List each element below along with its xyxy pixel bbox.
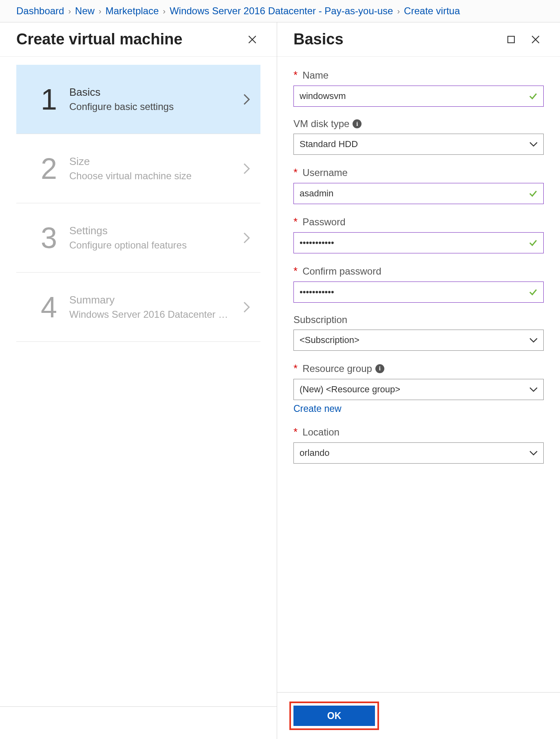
chevron-right-icon: › bbox=[68, 7, 71, 16]
chevron-right-icon bbox=[243, 301, 250, 313]
resource-group-select[interactable]: (New) <Resource group> bbox=[293, 379, 544, 400]
step-basics[interactable]: 1 Basics Configure basic settings bbox=[16, 65, 260, 134]
chevron-right-icon bbox=[243, 93, 250, 106]
panel-title: Create virtual machine bbox=[16, 31, 183, 48]
chevron-down-icon bbox=[529, 387, 538, 392]
create-new-link[interactable]: Create new bbox=[293, 403, 342, 414]
location-select[interactable]: orlando bbox=[293, 442, 544, 464]
chevron-right-icon: › bbox=[163, 7, 166, 16]
info-icon[interactable]: i bbox=[353, 119, 362, 128]
step-number: 1 bbox=[33, 83, 65, 116]
confirm-password-input[interactable]: ••••••••••• bbox=[293, 282, 544, 303]
step-subtitle: Windows Server 2016 Datacenter … bbox=[69, 309, 243, 320]
disk-type-label: VM disk type i bbox=[293, 118, 544, 130]
panel-title: Basics bbox=[293, 31, 344, 48]
ok-button[interactable]: OK bbox=[293, 706, 375, 726]
step-subtitle: Choose virtual machine size bbox=[69, 170, 243, 182]
password-input[interactable]: ••••••••••• bbox=[293, 232, 544, 253]
step-summary[interactable]: 4 Summary Windows Server 2016 Datacenter… bbox=[16, 273, 260, 342]
breadcrumb-create-vm[interactable]: Create virtua bbox=[404, 5, 460, 17]
breadcrumb-new[interactable]: New bbox=[75, 5, 95, 17]
create-vm-panel: Create virtual machine 1 Basics Configur… bbox=[0, 22, 277, 739]
restore-icon[interactable] bbox=[503, 31, 519, 48]
checkmark-icon bbox=[528, 287, 538, 297]
step-number: 2 bbox=[33, 152, 65, 185]
close-icon[interactable] bbox=[527, 31, 544, 48]
password-label: *Password bbox=[293, 216, 544, 228]
close-icon[interactable] bbox=[244, 31, 260, 48]
chevron-right-icon bbox=[243, 163, 250, 175]
username-input[interactable]: asadmin bbox=[293, 183, 544, 204]
breadcrumb-offer[interactable]: Windows Server 2016 Datacenter - Pay-as-… bbox=[170, 5, 393, 17]
panel-footer: OK bbox=[277, 692, 560, 739]
basics-panel: Basics *Name windowsvm bbox=[277, 22, 560, 739]
location-label: *Location bbox=[293, 426, 544, 438]
svg-rect-0 bbox=[508, 36, 514, 43]
breadcrumb-dashboard[interactable]: Dashboard bbox=[16, 5, 64, 17]
step-title: Basics bbox=[69, 86, 243, 99]
chevron-right-icon: › bbox=[99, 7, 101, 16]
step-title: Settings bbox=[69, 224, 243, 237]
checkmark-icon bbox=[528, 189, 538, 198]
step-number: 4 bbox=[33, 290, 65, 324]
step-number: 3 bbox=[33, 221, 65, 255]
chevron-right-icon bbox=[243, 232, 250, 244]
breadcrumb-marketplace[interactable]: Marketplace bbox=[106, 5, 159, 17]
chevron-down-icon bbox=[529, 337, 538, 343]
username-label: *Username bbox=[293, 166, 544, 179]
checkmark-icon bbox=[528, 238, 538, 248]
subscription-select[interactable]: <Subscription> bbox=[293, 330, 544, 351]
step-subtitle: Configure optional features bbox=[69, 240, 243, 251]
step-title: Size bbox=[69, 155, 243, 168]
info-icon[interactable]: i bbox=[375, 364, 384, 373]
step-title: Summary bbox=[69, 294, 243, 306]
chevron-right-icon: › bbox=[397, 7, 400, 16]
breadcrumb: Dashboard › New › Marketplace › Windows … bbox=[0, 0, 560, 22]
name-label: *Name bbox=[293, 69, 544, 81]
step-subtitle: Configure basic settings bbox=[69, 101, 243, 112]
subscription-label: Subscription bbox=[293, 314, 544, 326]
disk-type-select[interactable]: Standard HDD bbox=[293, 134, 544, 155]
left-footer bbox=[0, 706, 277, 739]
checkmark-icon bbox=[528, 91, 538, 101]
step-size[interactable]: 2 Size Choose virtual machine size bbox=[16, 134, 260, 203]
chevron-down-icon bbox=[529, 450, 538, 456]
step-settings[interactable]: 3 Settings Configure optional features bbox=[16, 203, 260, 273]
confirm-password-label: *Confirm password bbox=[293, 265, 544, 277]
chevron-down-icon bbox=[529, 141, 538, 147]
resource-group-label: *Resource group i bbox=[293, 362, 544, 375]
name-input[interactable]: windowsvm bbox=[293, 86, 544, 107]
ok-highlight: OK bbox=[289, 702, 379, 730]
